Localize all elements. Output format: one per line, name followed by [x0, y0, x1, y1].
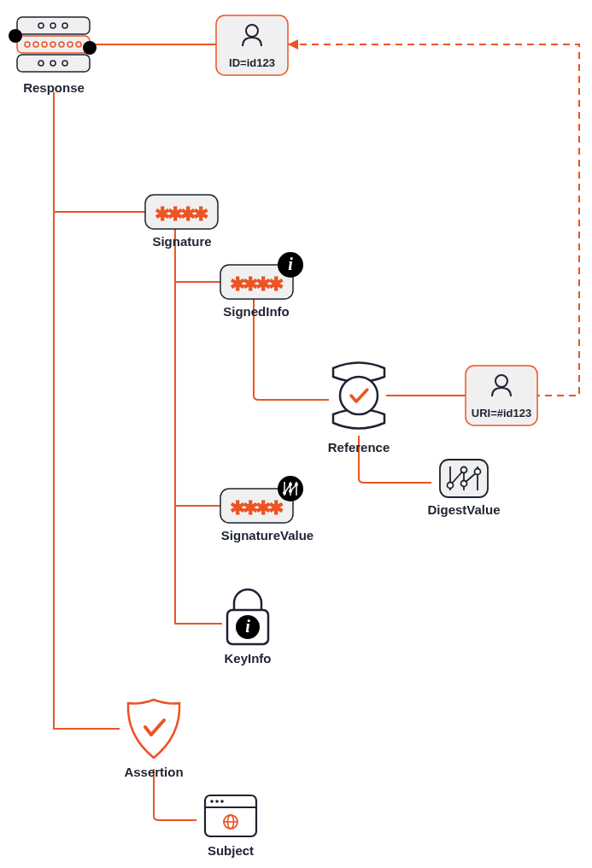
label-assertion: Assertion: [124, 765, 183, 779]
svg-rect-0: [17, 17, 90, 34]
node-signature: ✱ ✱ ✱ ✱ Signature: [145, 195, 218, 249]
node-signaturevalue: ✱ ✱ ✱ ✱ SignatureValue: [220, 476, 314, 542]
svg-text:✱: ✱: [268, 273, 284, 295]
edge-id-to-uri-dashed: [288, 44, 579, 396]
label-signedinfo: SignedInfo: [223, 304, 290, 319]
label-signature: Signature: [152, 234, 211, 249]
svg-point-65: [215, 800, 219, 803]
arrowhead-id: [288, 39, 298, 50]
label-keyinfo: KeyInfo: [224, 651, 271, 666]
svg-point-17: [83, 41, 97, 55]
svg-text:i: i: [245, 617, 250, 636]
svg-point-31: [340, 377, 378, 414]
svg-rect-1: [17, 36, 90, 53]
node-digestvalue: DigestValue: [427, 460, 500, 517]
label-subject: Subject: [208, 843, 254, 858]
label-signaturevalue: SignatureValue: [221, 528, 314, 542]
edge-response-signature: [54, 92, 145, 212]
node-id: ID=id123: [216, 15, 288, 75]
node-reference: Reference: [328, 363, 390, 455]
node-response: Response: [9, 17, 97, 95]
edge-signature-signaturevalue: [175, 229, 222, 506]
edge-response-assertion: [54, 92, 120, 729]
svg-point-58: [295, 483, 298, 486]
svg-point-16: [9, 29, 22, 43]
label-response: Response: [23, 80, 85, 95]
node-uri: URI=#id123: [466, 366, 537, 425]
svg-text:i: i: [288, 255, 293, 273]
label-reference: Reference: [328, 440, 390, 455]
saml-diagram: Response ID=id123 ✱ ✱ ✱ ✱ Signature ✱ ✱ …: [0, 0, 592, 868]
svg-point-41: [461, 467, 467, 473]
svg-point-56: [289, 483, 292, 486]
svg-point-42: [461, 481, 467, 487]
label-digestvalue: DigestValue: [427, 502, 500, 517]
edge-signature-keyinfo: [175, 229, 222, 624]
svg-point-57: [289, 490, 292, 493]
svg-rect-2: [17, 55, 90, 72]
svg-point-66: [220, 800, 224, 803]
node-signedinfo: ✱ ✱ ✱ ✱ i SignedInfo: [220, 252, 303, 319]
svg-point-40: [448, 483, 454, 489]
node-keyinfo: i KeyInfo: [224, 589, 271, 666]
svg-point-64: [210, 800, 214, 803]
svg-text:✱: ✱: [193, 203, 208, 225]
node-subject: Subject: [205, 795, 256, 858]
svg-text:✱: ✱: [268, 497, 284, 519]
label-uri: URI=#id123: [472, 407, 531, 419]
label-id: ID=id123: [229, 56, 275, 69]
network-badge: [278, 476, 303, 501]
node-assertion: Assertion: [124, 700, 183, 779]
svg-point-55: [283, 491, 286, 495]
svg-point-43: [475, 469, 481, 475]
